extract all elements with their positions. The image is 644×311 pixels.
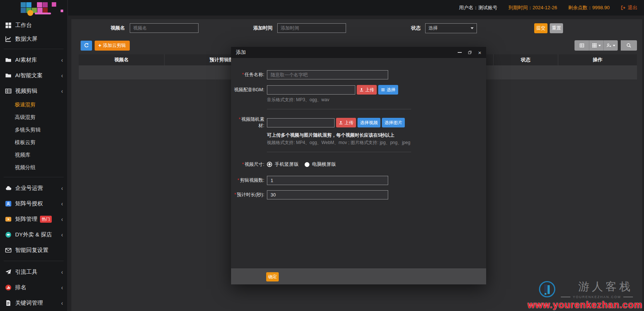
username-display: 用户名：测试账号 bbox=[459, 4, 498, 11]
sidebar-item-workbench[interactable]: 工作台 bbox=[0, 18, 67, 32]
sidebar-nav: 工作台 数据大屏 AI素材库 ‹ AI智能文案 ‹ 视频剪辑 ‹ bbox=[0, 17, 67, 311]
sidebar-item-ranking[interactable]: 排名 ‹ bbox=[0, 280, 67, 295]
sidebar-item-label: 引流工具 bbox=[15, 269, 37, 276]
sidebar-item-label: 数据大屏 bbox=[15, 35, 37, 42]
sidebar-subitem-fast-mix-cut[interactable]: 极速混剪 bbox=[0, 99, 67, 111]
chevron-left-icon: ‹ bbox=[61, 88, 63, 94]
bgm-upload-button[interactable]: 上传 bbox=[357, 85, 377, 95]
task-name-row: *任务名称: bbox=[231, 70, 486, 79]
sidebar-subitem-video-groups[interactable]: 视频分组 bbox=[0, 161, 67, 174]
form-divider bbox=[267, 152, 411, 152]
bgm-format-help: 音乐格式支持: MP3、ogg、wav bbox=[267, 97, 486, 103]
folder-icon bbox=[5, 57, 11, 63]
refresh-icon bbox=[84, 43, 89, 48]
sidebar-item-enterprise-operation[interactable]: 企业号运营 ‹ bbox=[0, 180, 67, 196]
app-root: 工作台 数据大屏 AI素材库 ‹ AI智能文案 ‹ 视频剪辑 ‹ bbox=[0, 0, 644, 311]
video-name-filter-input[interactable] bbox=[130, 23, 199, 33]
task-name-label: *任务名称: bbox=[234, 72, 264, 78]
radio-checked-icon bbox=[267, 162, 272, 167]
sidebar-item-label: 矩阵管理 bbox=[15, 216, 37, 223]
sidebar-item-matrix-management[interactable]: 矩阵管理 热门 ‹ bbox=[0, 211, 67, 227]
line-chart-icon bbox=[5, 36, 11, 42]
sidebar-item-dy-takeout[interactable]: DY外卖 & 探店 ‹ bbox=[0, 227, 67, 242]
radio-portrait-option[interactable]: 手机竖屏版 bbox=[267, 161, 299, 168]
table-search-button[interactable] bbox=[621, 40, 637, 51]
grid-view-button[interactable] bbox=[589, 40, 603, 51]
reset-button[interactable]: 重置 bbox=[550, 23, 563, 33]
chevron-left-icon: ‹ bbox=[61, 231, 63, 238]
close-button[interactable]: × bbox=[478, 50, 481, 55]
chevron-left-icon: ‹ bbox=[61, 57, 63, 63]
chevron-left-icon: ‹ bbox=[61, 300, 63, 306]
sidebar-item-data-screen[interactable]: 数据大屏 bbox=[0, 32, 67, 46]
export-columns-button[interactable] bbox=[603, 40, 618, 51]
status-select[interactable]: 选择 bbox=[425, 23, 477, 33]
material-select-image-button[interactable]: 选择图片 bbox=[382, 118, 405, 127]
subitem-label: 多镜头剪辑 bbox=[15, 127, 41, 133]
logout-button[interactable]: 退出 bbox=[621, 4, 637, 11]
radio-landscape-option[interactable]: 电脑横屏版 bbox=[305, 161, 336, 168]
points-label: 剩余点数： bbox=[568, 5, 592, 10]
material-input[interactable] bbox=[267, 118, 335, 127]
sidebar-item-video-editing[interactable]: 视频剪辑 ‹ bbox=[0, 83, 67, 99]
dash-decor bbox=[561, 297, 570, 297]
radio-landscape-label: 电脑横屏版 bbox=[312, 161, 336, 168]
topbar: 用户名：测试账号 到期时间：2024-12-26 剩余点数：9998.90 退出 bbox=[68, 0, 644, 16]
submit-button[interactable]: 提交 bbox=[534, 23, 548, 33]
clip-count-input[interactable] bbox=[267, 176, 388, 185]
sidebar-item-keyword-management[interactable]: 关键词管理 ‹ bbox=[0, 295, 67, 311]
watermark-site-line: YOURENKEZHAN.COM bbox=[561, 295, 633, 299]
status-filter-label: 状态 bbox=[411, 25, 421, 31]
sidebar-subitem-template-cloud-cut[interactable]: 模板云剪 bbox=[0, 136, 67, 149]
sidebar-item-label: 关键词管理 bbox=[15, 300, 43, 307]
dialog-body: *任务名称: 视频配音BGM: 上传 选择 音乐格式支持: MP3、ogg、wa… bbox=[231, 58, 486, 269]
sidebar-subitem-video-library[interactable]: 视频库 bbox=[0, 149, 67, 161]
material-upload-button[interactable]: 上传 bbox=[336, 118, 356, 127]
workbench-grid-icon bbox=[5, 22, 11, 28]
logout-icon bbox=[621, 5, 626, 10]
task-name-input[interactable] bbox=[267, 70, 388, 79]
watermark-site-text: YOURENKEZHAN.COM bbox=[573, 295, 621, 299]
sidebar-item-matrix-authorization[interactable]: 矩阵号授权 ‹ bbox=[0, 196, 67, 211]
view-button-group bbox=[574, 40, 618, 51]
material-usage-help: 可上传多个视频与图片随机混剪，每个视频时长应该在5秒以上 bbox=[267, 132, 486, 139]
material-label: *视频随机素材: bbox=[234, 116, 264, 129]
sidebar-item-smart-reply[interactable]: 智能回复设置 bbox=[0, 242, 67, 258]
sidebar-subitem-multicam-edit[interactable]: 多镜头剪辑 bbox=[0, 124, 67, 136]
add-cloud-clip-button[interactable]: + 添加云剪辑 bbox=[95, 41, 130, 51]
sidebar-subitem-advanced-mix-cut[interactable]: 高级混剪 bbox=[0, 111, 67, 124]
required-mark: * bbox=[242, 72, 244, 77]
add-time-filter-input[interactable] bbox=[277, 23, 346, 33]
points-value: 9998.90 bbox=[592, 5, 610, 10]
sidebar-item-label: 视频剪辑 bbox=[15, 88, 37, 95]
refresh-button[interactable] bbox=[81, 41, 92, 51]
column-header-actions: 操作 bbox=[558, 54, 637, 65]
teal-circle-icon bbox=[5, 232, 11, 238]
required-mark: * bbox=[242, 162, 244, 167]
app-logo[interactable] bbox=[0, 0, 67, 17]
minimize-button[interactable] bbox=[458, 52, 462, 53]
sidebar-item-ai-material[interactable]: AI素材库 ‹ bbox=[0, 52, 67, 68]
table-view-button[interactable] bbox=[574, 40, 589, 51]
bgm-select-button[interactable]: 选择 bbox=[378, 85, 398, 95]
duration-input[interactable] bbox=[267, 190, 388, 199]
sidebar-item-traffic-tools[interactable]: 引流工具 ‹ bbox=[0, 264, 67, 280]
material-select-video-button[interactable]: 选择视频 bbox=[357, 118, 380, 127]
chevron-left-icon: ‹ bbox=[61, 216, 63, 222]
dialog-titlebar[interactable]: 添加 × bbox=[231, 47, 486, 58]
chevron-left-icon: ‹ bbox=[61, 185, 63, 191]
sidebar-item-label: 智能回复设置 bbox=[15, 247, 48, 254]
grid-view-icon bbox=[592, 43, 597, 48]
envelope-icon bbox=[5, 247, 11, 253]
confirm-button[interactable]: 确定 bbox=[266, 272, 279, 281]
watermark-logo-icon bbox=[539, 281, 556, 298]
maximize-button[interactable] bbox=[468, 50, 472, 55]
sidebar-item-ai-copywriting[interactable]: AI智能文案 ‹ bbox=[0, 68, 67, 83]
sidebar-item-label: DY外卖 & 探店 bbox=[15, 231, 52, 238]
add-time-filter-label: 添加时间 bbox=[253, 25, 272, 31]
caret-down-icon bbox=[598, 45, 601, 46]
bgm-input[interactable] bbox=[267, 85, 355, 95]
video-name-filter-label: 视频名 bbox=[111, 25, 125, 31]
upload-icon bbox=[359, 88, 364, 92]
dialog-title: 添加 bbox=[236, 49, 246, 56]
